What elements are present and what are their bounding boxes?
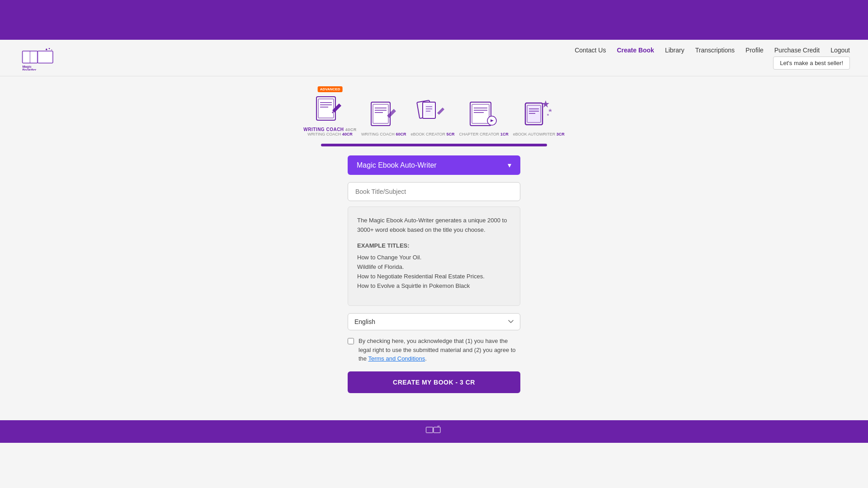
progress-bar: [321, 144, 547, 146]
logo-area: Magic Bookifier: [18, 44, 59, 71]
svg-rect-40: [426, 427, 433, 433]
nav-purchase-credit[interactable]: Purchase Credit: [774, 47, 820, 54]
svg-rect-27: [472, 104, 489, 123]
terms-link[interactable]: Terms and Conditions: [368, 355, 425, 362]
tools-row: ADVANCED WRITING COACH 40CR WRITING COAC…: [303, 90, 564, 136]
svg-text:Bookifier: Bookifier: [22, 68, 36, 70]
tool-selector-arrow: ▾: [508, 161, 511, 169]
example-1: How to Change Your Oil.: [357, 253, 511, 263]
top-banner: [0, 0, 868, 40]
tool-label-writing-coach-adv: WRITING COACH 40CR: [303, 127, 357, 132]
info-description: The Magic Ebook Auto-Writer generates a …: [357, 216, 511, 235]
checkbox-label: By checking here, you acknowledge that (…: [359, 337, 520, 363]
tool-selector-dropdown[interactable]: Magic Ebook Auto-Writer ▾: [348, 155, 520, 175]
cta-button[interactable]: Let's make a best seller!: [773, 56, 850, 70]
example-4: How to Evolve a Squirtle in Pokemon Blac…: [357, 282, 511, 291]
svg-rect-11: [318, 99, 334, 118]
nav-contact-us[interactable]: Contact Us: [575, 47, 606, 54]
svg-point-7: [51, 49, 52, 50]
info-box: The Magic Ebook Auto-Writer generates a …: [348, 206, 520, 306]
svg-rect-22: [425, 104, 434, 117]
tool-ebook-creator[interactable]: eBOOK CREATOR 5CR: [410, 96, 454, 136]
nav-transcriptions[interactable]: Transcriptions: [695, 47, 735, 54]
svg-rect-4: [39, 52, 52, 61]
tool-chapter-creator[interactable]: CHAPTER CREATOR 1CR: [459, 96, 509, 136]
svg-marker-37: [542, 100, 549, 108]
book-title-input[interactable]: [348, 182, 520, 201]
advanced-badge: ADVANCED: [318, 86, 343, 92]
checkbox-row: By checking here, you acknowledge that (…: [348, 337, 520, 363]
create-book-button[interactable]: CREATE MY BOOK - 3 CR: [348, 371, 520, 393]
nav-library[interactable]: Library: [665, 47, 684, 54]
nav-logout[interactable]: Logout: [830, 47, 850, 54]
footer: [0, 420, 868, 443]
nav-profile[interactable]: Profile: [745, 47, 764, 54]
svg-rect-33: [527, 105, 541, 122]
svg-rect-16: [373, 104, 388, 123]
navbar: Magic Bookifier Contact Us Create Book L…: [0, 40, 868, 76]
svg-point-5: [46, 48, 47, 50]
tool-ebook-autowriter[interactable]: eBOOK AUTOWRITER 3CR: [513, 96, 565, 136]
tool-writing-coach-60[interactable]: WRITING COACH 60CR: [361, 96, 406, 136]
language-select[interactable]: English Spanish French German Italian Po…: [348, 313, 520, 330]
progress-bar-fill: [321, 144, 547, 146]
main-content: ADVANCED WRITING COACH 40CR WRITING COAC…: [0, 76, 868, 411]
nav-links: Contact Us Create Book Library Transcrip…: [575, 47, 850, 54]
svg-point-43: [439, 426, 440, 427]
example-titles-label: EXAMPLE TITLES:: [357, 241, 511, 251]
svg-rect-41: [434, 427, 440, 433]
nav-right: Contact Us Create Book Library Transcrip…: [575, 47, 850, 70]
terms-checkbox[interactable]: [348, 338, 354, 344]
tool-selector-label: Magic Ebook Auto-Writer: [357, 161, 437, 169]
example-2: Wildlife of Florida.: [357, 263, 511, 272]
svg-point-6: [49, 48, 50, 49]
example-3: How to Negotiate Residential Real Estate…: [357, 272, 511, 282]
svg-marker-38: [548, 108, 552, 112]
svg-point-39: [547, 114, 549, 116]
nav-create-book[interactable]: Create Book: [617, 47, 654, 54]
logo[interactable]: Magic Bookifier: [18, 44, 59, 71]
svg-point-42: [438, 426, 439, 427]
tool-writing-coach-advanced[interactable]: ADVANCED WRITING COACH 40CR WRITING COAC…: [303, 90, 357, 136]
